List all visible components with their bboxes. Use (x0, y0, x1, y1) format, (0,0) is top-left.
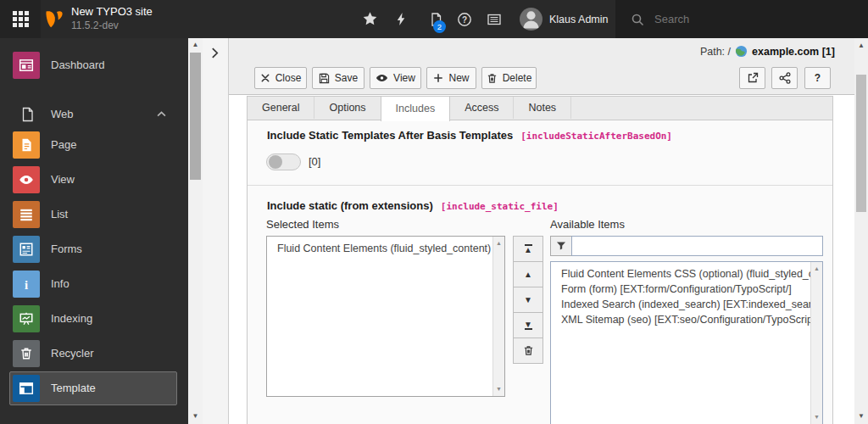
sidebar-group-web[interactable]: Web (0, 101, 188, 128)
scrollbar-thumb[interactable] (190, 53, 201, 180)
move-up-button[interactable]: ▲ (513, 261, 543, 287)
trash-icon (523, 345, 534, 356)
eye-icon (376, 73, 388, 83)
system-information-button[interactable] (479, 0, 509, 38)
help-button[interactable]: ? (804, 67, 831, 89)
typo3-backend: New TYPO3 site 11.5.2-dev 2 ? (0, 0, 868, 424)
main-scrollbar[interactable]: ▲ ▼ (854, 38, 868, 424)
module-body: Include Static Templates After Basis Tem… (229, 95, 854, 424)
sidebar-item-list[interactable]: List (0, 201, 188, 228)
sidebar-item-info[interactable]: i Info (0, 271, 188, 298)
trash-icon (13, 340, 40, 367)
sidebar-item-dashboard[interactable]: Dashboard (0, 52, 188, 79)
include-after-toggle[interactable] (266, 153, 301, 170)
scroll-up-arrow-icon[interactable]: ▲ (188, 42, 203, 48)
field-tag: [include_static_file] (441, 201, 559, 212)
remove-item-button[interactable] (513, 338, 543, 364)
path-value[interactable]: example.com [1] (752, 46, 835, 58)
share-button[interactable] (771, 67, 798, 89)
floppy-save-icon (319, 73, 330, 84)
template-layout-icon (13, 375, 40, 402)
topbar: New TYPO3 site 11.5.2-dev 2 ? (0, 0, 868, 38)
move-to-bottom-button[interactable]: ▼ (513, 312, 543, 338)
field-include-after: Include Static Templates After Basis Tem… (267, 129, 672, 142)
scroll-up-arrow-icon[interactable]: ▲ (493, 240, 504, 247)
open-in-new-window-button[interactable] (739, 67, 765, 89)
toggle-value: [0] (309, 155, 320, 168)
svg-text:?: ? (462, 14, 467, 24)
new-button[interactable]: New (426, 67, 476, 89)
star-icon (362, 11, 378, 27)
dashboard-icon (13, 52, 40, 79)
web-page-icon (19, 105, 35, 124)
close-button[interactable]: Close (254, 67, 307, 89)
share-icon (779, 72, 791, 84)
field-label: Include Static Templates After Basis Tem… (267, 129, 513, 142)
tab-bar: General Options Includes Access Notes (247, 96, 833, 120)
list-item[interactable]: Fluid Content Elements (fluid_styled_con… (277, 243, 492, 254)
listbox-scrollbar[interactable]: ▲ ▼ (810, 262, 822, 424)
tab-access[interactable]: Access (450, 97, 514, 119)
list-lines-icon (13, 201, 40, 228)
list-item[interactable]: Fluid Content Elements CSS (optional) (f… (551, 266, 810, 282)
sidebar-item-view[interactable]: View (0, 166, 188, 193)
triangle-down-icon: ▼ (524, 296, 532, 304)
site-title: New TYPO3 site (71, 5, 153, 18)
list-item[interactable]: Form (form) [EXT:form/Configuration/Typo… (551, 282, 810, 297)
list-item[interactable]: Indexed Search (indexed_search) [EXT:ind… (551, 297, 810, 312)
tab-panel-includes: Include Static Templates After Basis Tem… (247, 120, 833, 424)
question-mark-icon: ? (815, 72, 821, 84)
tab-includes[interactable]: Includes (381, 96, 451, 121)
list-item[interactable]: XML Sitemap (seo) [EXT:seo/Configuration… (551, 312, 810, 327)
triangle-down-icon: ▼ (524, 321, 532, 328)
scroll-down-arrow-icon[interactable]: ▼ (854, 413, 868, 420)
available-items-heading: Available Items (550, 218, 625, 231)
listbox-scrollbar[interactable]: ▲ ▼ (492, 237, 504, 396)
available-items-filter-input[interactable] (571, 236, 823, 256)
scrollbar-thumb[interactable] (856, 75, 866, 212)
tab-general[interactable]: General (248, 97, 314, 119)
clear-cache-button[interactable] (385, 0, 415, 38)
plus-icon (433, 73, 443, 83)
scroll-down-arrow-icon[interactable]: ▼ (811, 414, 822, 421)
search-icon (631, 13, 644, 26)
delete-button[interactable]: Delete (481, 67, 537, 89)
move-to-top-button[interactable]: ▲ (513, 236, 543, 262)
sidebar-scrollbar[interactable]: ▲ ▼ (188, 38, 203, 424)
person-icon (520, 8, 542, 31)
scroll-down-arrow-icon[interactable]: ▼ (493, 386, 504, 393)
expand-navigation-button[interactable] (210, 47, 220, 59)
item-mover-controls: ▲ ▲ ▼ ▼ (513, 236, 543, 364)
search-input[interactable] (653, 12, 826, 26)
selected-items-listbox[interactable]: Fluid Content Elements (fluid_styled_con… (266, 236, 505, 397)
breadcrumb: Path: / example.com [1] (700, 45, 835, 58)
help-menu-button[interactable]: ? (449, 0, 480, 38)
field-label: Include static (from extensions) (267, 199, 433, 212)
scroll-up-arrow-icon[interactable]: ▲ (811, 265, 822, 272)
available-items-listbox[interactable]: Fluid Content Elements CSS (optional) (f… (550, 261, 823, 424)
tab-options[interactable]: Options (314, 97, 381, 119)
scroll-down-arrow-icon[interactable]: ▼ (188, 413, 203, 420)
site-version: 11.5.2-dev (71, 20, 119, 31)
save-button[interactable]: Save (312, 67, 364, 89)
view-button[interactable]: View (370, 67, 421, 89)
opened-documents-button[interactable] (420, 0, 451, 38)
bookmarks-button[interactable] (354, 0, 385, 38)
field-tag: [includeStaticAfterBasedOn] (520, 131, 672, 142)
sidebar-item-page[interactable]: Page (0, 131, 188, 159)
scroll-up-arrow-icon[interactable]: ▲ (854, 42, 868, 49)
move-down-button[interactable]: ▼ (513, 287, 543, 313)
documents-count-badge: 2 (433, 20, 446, 33)
user-menu[interactable]: Klaus Admin (513, 0, 608, 38)
avatar (520, 8, 542, 31)
info-icon: i (13, 271, 40, 298)
sidebar-item-indexing[interactable]: Indexing (0, 305, 188, 332)
app-grid-icon (13, 11, 29, 27)
sidebar-item-forms[interactable]: Forms (0, 236, 188, 263)
sidebar-item-template[interactable]: Template (9, 371, 177, 405)
sidebar-item-recycler[interactable]: Recycler (0, 340, 188, 367)
filter-toggle-button[interactable] (550, 236, 572, 256)
tab-notes[interactable]: Notes (514, 97, 571, 119)
app-grid-button[interactable] (0, 0, 41, 38)
username: Klaus Admin (549, 14, 608, 25)
